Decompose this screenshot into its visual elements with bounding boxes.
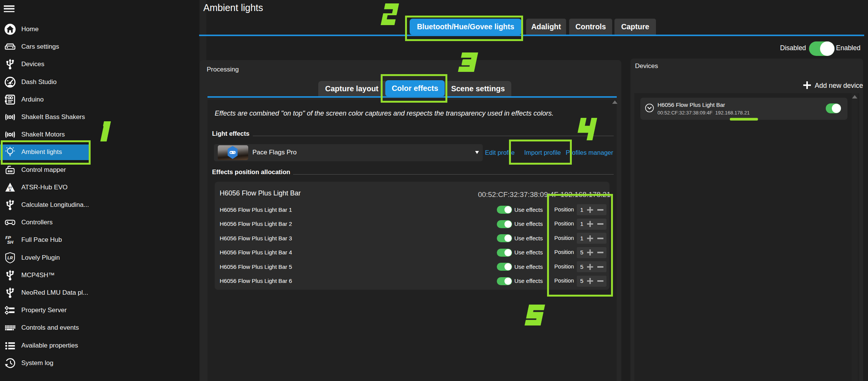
svg-text:SH: SH [7,240,14,244]
svg-text:LR: LR [7,255,13,260]
svg-text:R: R [9,188,11,192]
